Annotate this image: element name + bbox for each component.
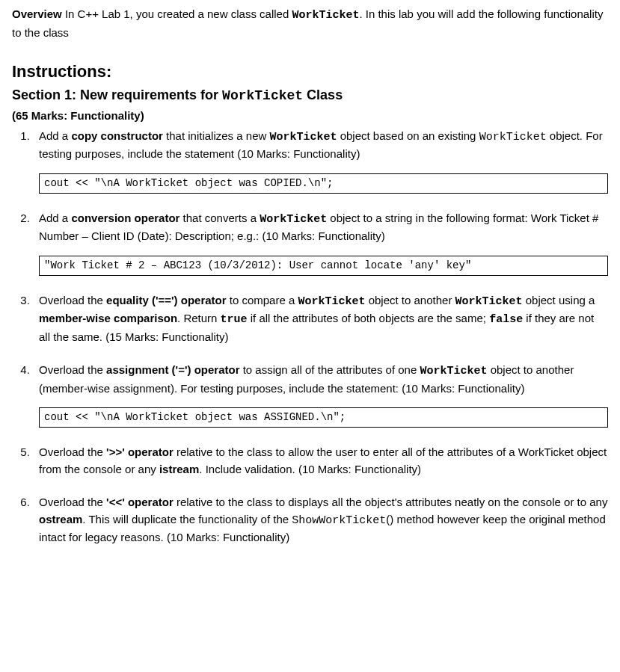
section1-class-name: WorkTicket (222, 88, 303, 103)
text-run: object to another (365, 294, 455, 306)
text-run: istream (159, 463, 199, 475)
requirements-list: Add a copy constructor that initializes … (33, 128, 608, 546)
requirement-text: Add a conversion operator that converts … (39, 212, 598, 243)
text-run: WorkTicket (420, 365, 487, 377)
requirement-item: Add a copy constructor that initializes … (33, 128, 608, 194)
text-run: ostream (39, 513, 82, 525)
text-run: '<<' operator (106, 496, 174, 508)
text-run: WorkTicket (260, 213, 327, 226)
overview-label: Overview (12, 7, 62, 20)
text-run: Add a (39, 129, 71, 142)
text-run: relative to the class to displays all th… (174, 496, 608, 508)
section1-marks: (65 Marks: Functionality) (12, 108, 608, 125)
text-run: '>>' operator (106, 446, 174, 458)
requirement-text: Add a copy constructor that initializes … (39, 129, 603, 161)
text-run: WorkTicket (298, 295, 365, 308)
text-run: Overload the (39, 294, 106, 306)
text-run: copy constructor (71, 129, 163, 142)
text-run: to assign all of the attributes of one (239, 363, 420, 376)
requirement-text: Overload the equality ('==') operator to… (39, 294, 595, 343)
text-run: object based on an existing (337, 129, 479, 142)
requirement-text: Overload the assignment ('=') operator t… (39, 363, 574, 395)
requirement-item: Overload the equality ('==') operator to… (33, 292, 608, 346)
text-run: Overload the (39, 496, 106, 508)
text-run: Overload the (39, 363, 106, 376)
requirement-text: Overload the '<<' operator relative to t… (39, 496, 607, 543)
requirement-item: Overload the '<<' operator relative to t… (33, 494, 608, 546)
code-box: cout << "\nA WorkTicket object was ASSIG… (39, 407, 608, 428)
overview-paragraph: Overview In C++ Lab 1, you created a new… (12, 6, 608, 41)
code-box: "Work Ticket # 2 – ABC123 (10/3/2012): U… (39, 256, 608, 276)
instructions-heading: Instructions: (12, 59, 608, 84)
text-run: conversion operator (71, 212, 179, 224)
text-run: Overload the (39, 446, 106, 458)
text-run: to compare a (227, 294, 298, 306)
text-run: if all the attributes of both objects ar… (248, 312, 490, 324)
text-run: ShowWorkTicket (292, 514, 386, 527)
text-run: Add a (39, 212, 71, 224)
requirement-item: Overload the assignment ('=') operator t… (33, 362, 608, 428)
section1-heading: Section 1: New requirements for WorkTick… (12, 85, 608, 106)
section1-suffix: Class (303, 87, 343, 102)
text-run: WorkTicket (479, 131, 547, 144)
text-run: object using a (523, 294, 595, 306)
requirement-item: Overload the '>>' operator relative to t… (33, 444, 608, 478)
requirement-text: Overload the '>>' operator relative to t… (39, 446, 607, 475)
text-run: that converts a (179, 212, 260, 224)
text-run: assignment ('=') operator (106, 363, 239, 376)
text-run: WorkTicket (269, 131, 337, 144)
text-run: equality ('==') operator (106, 294, 227, 306)
text-run: . Include validation. (10 Marks: Functio… (199, 463, 421, 475)
section1-prefix: Section 1: New requirements for (12, 87, 222, 102)
overview-text-pre: In C++ Lab 1, you created a new class ca… (62, 7, 292, 20)
text-run: . Return (177, 312, 221, 324)
text-run: WorkTicket (455, 295, 523, 308)
code-box: cout << "\nA WorkTicket object was COPIE… (39, 173, 608, 194)
text-run: . This will duplicate the functionality … (82, 513, 292, 525)
overview-class-name: WorkTicket (292, 9, 359, 22)
text-run: true (221, 313, 248, 326)
text-run: that initializes a new (163, 129, 270, 142)
text-run: member-wise comparison (39, 312, 177, 324)
text-run: false (489, 313, 523, 326)
requirement-item: Add a conversion operator that converts … (33, 210, 608, 276)
